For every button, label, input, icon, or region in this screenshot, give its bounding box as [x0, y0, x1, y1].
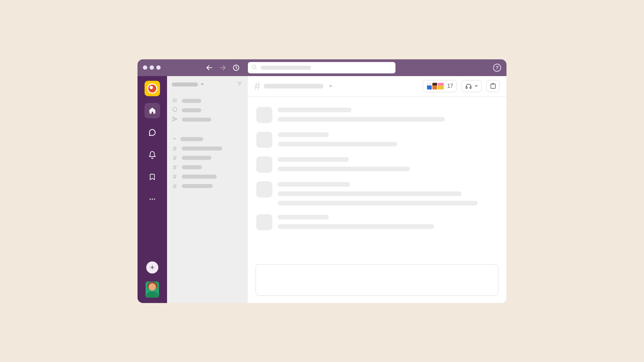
message-item[interactable] [256, 132, 498, 148]
message-avatar [256, 214, 272, 230]
svg-point-14 [173, 107, 177, 111]
svg-point-5 [150, 198, 151, 200]
svg-rect-16 [466, 87, 467, 89]
channel-item[interactable]: # [172, 144, 245, 153]
channel-item[interactable]: # [172, 172, 245, 181]
app-window: ? + [138, 59, 506, 303]
message-item[interactable] [256, 107, 498, 123]
user-avatar[interactable] [146, 282, 159, 298]
headphones-icon [465, 83, 472, 89]
filter-icon[interactable] [236, 81, 243, 88]
message-avatar [256, 132, 272, 148]
create-new-button[interactable]: + [146, 261, 158, 274]
svg-point-6 [152, 198, 153, 200]
more-button[interactable] [145, 191, 160, 207]
hash-icon: # [172, 164, 178, 171]
search-placeholder [261, 66, 311, 70]
hash-icon: # [172, 145, 178, 152]
channels-section-header[interactable] [172, 134, 245, 144]
huddle-button[interactable] [462, 80, 482, 92]
activity-button[interactable] [145, 147, 160, 163]
close-window-button[interactable] [143, 65, 147, 70]
message-body [278, 181, 498, 205]
svg-point-7 [154, 198, 155, 200]
chevron-down-icon [329, 85, 333, 87]
minimize-window-button[interactable] [150, 65, 154, 70]
list-icon [172, 97, 178, 105]
sidebar-item[interactable] [172, 115, 245, 124]
message-composer[interactable] [256, 264, 498, 296]
message-avatar [256, 181, 272, 197]
channel-item[interactable]: # [172, 163, 245, 172]
back-icon[interactable] [206, 64, 213, 71]
channel-header: # 17 [248, 76, 506, 97]
message-item[interactable] [256, 157, 498, 173]
hash-icon: # [172, 155, 178, 161]
hash-icon: # [172, 183, 178, 189]
search-input[interactable] [248, 62, 395, 73]
message-body [278, 107, 498, 123]
maximize-window-button[interactable] [156, 65, 161, 70]
message-body [278, 132, 498, 148]
workspace-switcher[interactable] [145, 81, 160, 96]
chevron-down-icon [173, 138, 176, 140]
message-list [248, 97, 506, 263]
channel-item[interactable]: # [172, 153, 245, 163]
comment-icon [172, 107, 178, 114]
hash-icon: # [254, 80, 260, 93]
channel-item[interactable]: # [172, 181, 245, 191]
sidebar-item[interactable] [172, 96, 245, 106]
forward-icon[interactable] [219, 64, 226, 71]
channel-members-button[interactable]: 17 [423, 80, 457, 92]
svg-line-4 [255, 68, 257, 69]
home-button[interactable] [145, 103, 160, 118]
chevron-down-icon [475, 85, 478, 87]
workspace-logo-icon [147, 83, 157, 94]
svg-rect-17 [470, 87, 471, 89]
message-avatar [256, 157, 272, 173]
message-avatar [256, 107, 272, 123]
history-nav [206, 64, 240, 71]
hash-icon: # [172, 173, 178, 180]
dms-button[interactable] [145, 125, 160, 140]
window-controls [143, 65, 161, 70]
title-bar: ? [138, 59, 506, 76]
search-icon [251, 64, 257, 71]
channel-name-menu[interactable]: # [254, 80, 333, 93]
sidebar-item[interactable] [172, 106, 245, 115]
later-button[interactable] [145, 169, 160, 185]
history-icon[interactable] [232, 64, 240, 71]
send-icon [172, 116, 178, 123]
member-avatars [426, 82, 444, 90]
message-body [278, 157, 498, 173]
message-body [278, 214, 498, 230]
canvas-button[interactable] [486, 80, 500, 92]
workspace-name-menu[interactable] [172, 82, 204, 86]
channel-sidebar: ##### [167, 76, 248, 303]
help-button[interactable]: ? [493, 64, 501, 72]
canvas-icon [490, 83, 496, 89]
member-count: 17 [447, 83, 453, 89]
workspace-rail: + [138, 76, 167, 303]
message-item[interactable] [256, 214, 498, 230]
channel-view: # 17 [248, 76, 506, 303]
chevron-down-icon [201, 83, 204, 85]
message-item[interactable] [256, 181, 498, 205]
